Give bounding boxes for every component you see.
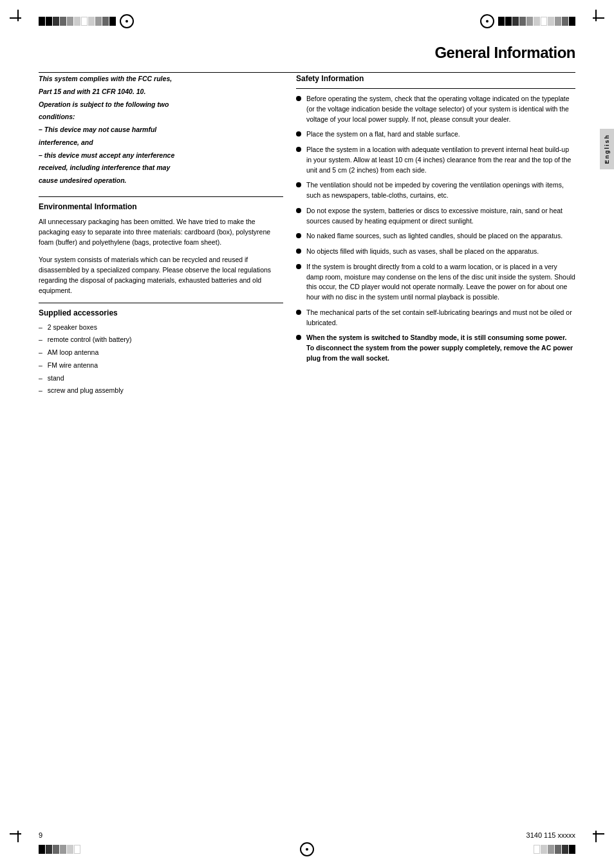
reg-circle-left xyxy=(120,14,134,28)
seg xyxy=(548,845,554,854)
list-item: Do not expose the system, batteries or d… xyxy=(296,206,575,227)
reg-circle-dot xyxy=(306,848,308,851)
bottom-reg-segments-left xyxy=(39,845,80,854)
fcc-line3: Operation is subject to the following tw… xyxy=(39,100,283,110)
reg-circle-dot xyxy=(126,20,128,23)
list-item: Before operating the system, check that … xyxy=(296,94,575,124)
divider-safety xyxy=(296,88,575,89)
environmental-heading: Environmental Information xyxy=(39,202,283,211)
dash-icon: – xyxy=(39,386,42,396)
bullet-icon xyxy=(296,233,301,238)
fcc-item1b: interference, and xyxy=(39,138,283,148)
list-item: The ventilation should not be impeded by… xyxy=(296,180,575,201)
accessories-section: Supplied accessories – 2 speaker boxes –… xyxy=(39,308,283,397)
list-item: The mechanical parts of the set contain … xyxy=(296,308,575,328)
seg xyxy=(569,845,575,854)
seg xyxy=(81,17,88,26)
safety-item-5: Do not expose the system, batteries or d… xyxy=(306,206,575,227)
seg xyxy=(534,845,540,854)
reg-circle-dot xyxy=(486,20,488,23)
fcc-item2c: cause undesired operation. xyxy=(39,176,283,186)
accessory-item-6: screw and plug assembly xyxy=(48,386,124,396)
dash-icon: – xyxy=(39,361,42,371)
seg xyxy=(39,845,45,854)
seg xyxy=(46,845,52,854)
corner-mark-br xyxy=(585,823,604,842)
seg xyxy=(498,17,505,26)
environmental-section: Environmental Information All unnecessar… xyxy=(39,202,283,296)
fcc-line1: This system complies with the FCC rules, xyxy=(39,74,283,84)
seg xyxy=(88,17,95,26)
corner-mark-tl xyxy=(10,10,29,29)
seg xyxy=(512,17,519,26)
seg xyxy=(67,845,73,854)
bullet-icon xyxy=(296,96,301,101)
safety-item-1: Before operating the system, check that … xyxy=(306,94,575,124)
accessory-item-1: 2 speaker boxes xyxy=(48,323,97,333)
safety-item-2: Place the system on a flat, hard and sta… xyxy=(306,129,575,140)
safety-section: Safety Information Before operating the … xyxy=(296,74,575,364)
seg xyxy=(562,17,568,26)
reg-circle-right xyxy=(480,14,494,28)
fcc-item2b: received, including interference that ma… xyxy=(39,163,283,173)
left-column: This system complies with the FCC rules,… xyxy=(39,74,283,816)
bullet-icon xyxy=(296,182,301,187)
list-item: – 2 speaker boxes xyxy=(39,323,283,333)
safety-item-3: Place the system in a location with adeq… xyxy=(306,145,575,175)
safety-item-9: The mechanical parts of the set contain … xyxy=(306,308,575,328)
bullet-icon xyxy=(296,335,301,340)
safety-item-8: If the system is brought directly from a… xyxy=(306,262,575,303)
english-tab-label: English xyxy=(604,134,610,164)
safety-item-4: The ventilation should not be impeded by… xyxy=(306,180,575,201)
bottom-reg-circle xyxy=(300,842,314,856)
top-reg-left xyxy=(39,14,134,28)
seg xyxy=(74,845,80,854)
seg xyxy=(60,17,66,26)
list-item: – remote control (with battery) xyxy=(39,335,283,345)
fcc-item2: – this device must accept any interferen… xyxy=(39,151,283,161)
seg xyxy=(519,17,526,26)
top-reg-right xyxy=(480,14,575,28)
seg xyxy=(95,17,102,26)
seg xyxy=(74,17,80,26)
fcc-item1: – This device may not cause harmful xyxy=(39,125,283,135)
page: General Information English This system … xyxy=(0,0,614,868)
accessories-heading: Supplied accessories xyxy=(39,308,283,317)
seg xyxy=(541,17,547,26)
page-title-bar: General Information xyxy=(309,44,575,62)
bullet-icon xyxy=(296,131,301,137)
accessory-item-5: stand xyxy=(48,373,64,384)
safety-item-7: No objects filled with liquids, such as … xyxy=(306,247,575,257)
safety-list: Before operating the system, check that … xyxy=(296,94,575,364)
corner-mark-tr xyxy=(585,10,604,29)
safety-heading: Safety Information xyxy=(296,74,575,83)
seg xyxy=(569,17,575,26)
bottom-reg-segments-right xyxy=(534,845,575,854)
bullet-icon xyxy=(296,249,301,254)
safety-item-6: No naked flame sources, such as lighted … xyxy=(306,231,575,241)
seg xyxy=(53,17,59,26)
fcc-notice: This system complies with the FCC rules,… xyxy=(39,74,283,186)
corner-mark-bl xyxy=(10,823,29,842)
environmental-para2: Your system consists of materials which … xyxy=(39,254,283,296)
seg xyxy=(60,845,66,854)
dash-icon: – xyxy=(39,323,42,333)
page-title: General Information xyxy=(309,44,575,62)
list-item: – stand xyxy=(39,373,283,384)
list-item: When the system is switched to Standby m… xyxy=(296,333,575,363)
seg xyxy=(534,17,540,26)
seg xyxy=(505,17,512,26)
fcc-line4: conditions: xyxy=(39,112,283,122)
bullet-icon xyxy=(296,208,301,213)
top-divider xyxy=(39,72,575,73)
seg xyxy=(555,845,561,854)
dash-icon: – xyxy=(39,335,42,345)
seg xyxy=(102,17,109,26)
safety-item-10: When the system is switched to Standby m… xyxy=(306,333,575,363)
dash-icon: – xyxy=(39,373,42,384)
top-registration-bar xyxy=(39,12,575,31)
accessory-item-4: FM wire antenna xyxy=(48,361,98,371)
seg xyxy=(541,845,547,854)
divider-environmental xyxy=(39,196,283,197)
seg xyxy=(548,17,554,26)
